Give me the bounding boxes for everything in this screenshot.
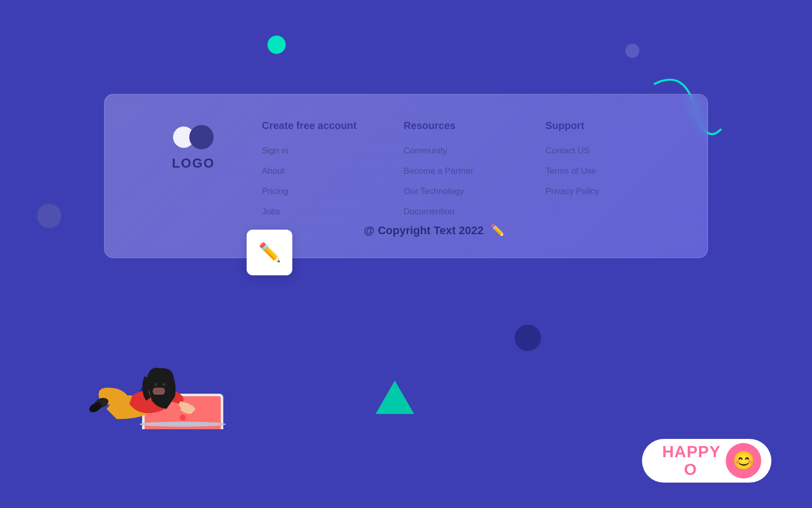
nav-col-create: Create free account Sign in About Pricin…	[252, 120, 393, 227]
nav-link-privacy[interactable]: Privacy Policy	[546, 186, 667, 197]
happy-addons-badge: HAPPY ADDONS 😊	[642, 439, 771, 483]
happy-addons-text: HAPPY ADDONS	[647, 443, 721, 479]
nav-link-partner[interactable]: Become a Partner	[403, 166, 525, 176]
col-heading-create: Create free account	[262, 120, 383, 132]
happy-addons-inner: HAPPY ADDONS 😊	[642, 439, 771, 483]
svg-point-7	[154, 383, 157, 386]
nav-link-signin[interactable]: Sign in	[262, 146, 383, 156]
nav-columns: Create free account Sign in About Pricin…	[252, 120, 677, 227]
col-heading-support: Support	[546, 120, 667, 132]
happy-line: HAPPY	[662, 443, 721, 461]
copyright-area: @ Copyright Text 2022 ✏️	[364, 224, 504, 237]
copyright-text: @ Copyright Text 2022	[364, 224, 484, 237]
happy-face-icon: 😊	[726, 443, 761, 479]
nav-link-contact[interactable]: Contact US	[546, 146, 667, 156]
logo-text: LOGO	[172, 155, 215, 171]
page-wrapper: LOGO Create free account Sign in About P…	[0, 0, 812, 508]
nav-link-technology[interactable]: Our Technology	[403, 186, 525, 197]
addons-line: ADDONS	[647, 461, 721, 479]
nav-link-documentation[interactable]: Documention	[403, 207, 525, 217]
green-triangle-decoration	[376, 380, 414, 414]
nav-col-resources: Resources Community Become a Partner Our…	[393, 120, 535, 227]
nav-link-jobs[interactable]: Jobs	[262, 207, 383, 217]
nav-link-terms[interactable]: Terms of Use	[546, 166, 667, 176]
nav-link-pricing[interactable]: Pricing	[262, 186, 383, 197]
edit-button[interactable]: ✏️	[247, 230, 292, 275]
copyright-edit-icon[interactable]: ✏️	[491, 224, 504, 237]
logo-icon	[173, 125, 214, 149]
svg-point-8	[162, 383, 165, 386]
logo-circle-dark	[189, 125, 214, 149]
footer-card: LOGO Create free account Sign in About P…	[104, 94, 708, 258]
bg-dot	[267, 36, 286, 54]
svg-point-3	[140, 422, 226, 427]
nav-link-about[interactable]: About	[262, 166, 383, 176]
addons-text: ADDONS	[647, 460, 721, 479]
svg-rect-9	[153, 388, 165, 395]
col-heading-resources: Resources	[403, 120, 525, 132]
bg-dot	[515, 325, 541, 351]
nav-col-support: Support Contact US Terms of Use Privacy …	[535, 120, 677, 227]
girl-illustration	[51, 287, 264, 429]
svg-point-2	[180, 415, 186, 421]
logo-section: LOGO	[135, 120, 252, 227]
bg-dot	[625, 44, 639, 58]
happy-text: HAPPY	[662, 442, 721, 461]
bg-dot	[37, 204, 61, 228]
edit-pencil-icon: ✏️	[258, 242, 281, 263]
nav-link-community[interactable]: Community	[403, 146, 525, 156]
